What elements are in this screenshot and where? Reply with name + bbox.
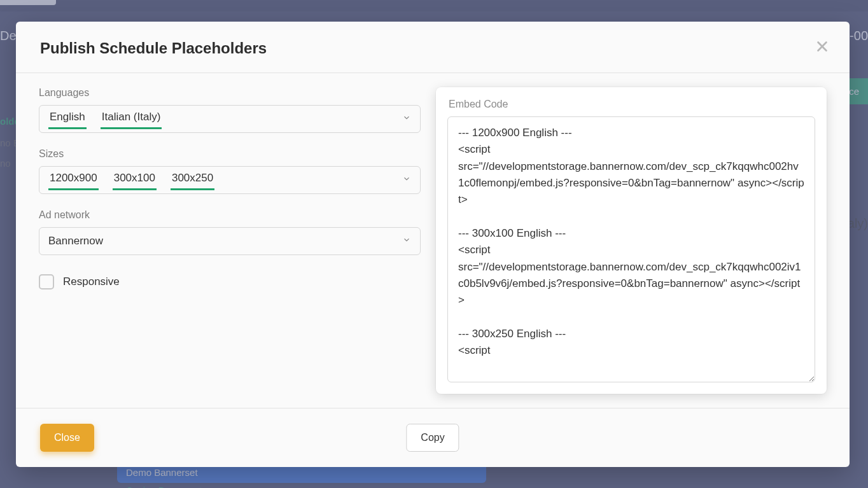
adnetwork-field: Ad network Bannernow — [39, 209, 421, 255]
responsive-label: Responsive — [63, 275, 120, 288]
modal-body: Languages English Italian (Italy) Sizes … — [16, 73, 850, 408]
embed-panel: Embed Code — [436, 87, 827, 394]
responsive-field: Responsive — [39, 274, 421, 289]
size-tag-300x100[interactable]: 300x100 — [113, 171, 157, 190]
adnetwork-value: Bannernow — [48, 235, 103, 247]
languages-field: Languages English Italian (Italy) — [39, 87, 421, 133]
adnetwork-select[interactable]: Bannernow — [39, 227, 421, 255]
modal-header: Publish Schedule Placeholders — [16, 22, 850, 73]
modal-title: Publish Schedule Placeholders — [40, 39, 825, 57]
lang-tag-italian[interactable]: Italian (Italy) — [101, 109, 162, 129]
languages-select[interactable]: English Italian (Italy) — [39, 105, 421, 133]
chevron-down-icon — [402, 174, 411, 186]
size-tag-300x250[interactable]: 300x250 — [171, 171, 214, 190]
sizes-label: Sizes — [39, 148, 421, 160]
close-icon[interactable] — [813, 37, 832, 56]
chevron-down-icon — [402, 113, 411, 125]
sizes-field: Sizes 1200x900 300x100 300x250 — [39, 148, 421, 194]
chevron-down-icon — [402, 235, 411, 247]
lang-tag-english[interactable]: English — [48, 109, 87, 129]
adnetwork-label: Ad network — [39, 209, 421, 221]
form-column: Languages English Italian (Italy) Sizes … — [39, 87, 421, 394]
copy-button[interactable]: Copy — [406, 424, 459, 452]
publish-modal: Publish Schedule Placeholders Languages … — [16, 22, 850, 467]
languages-label: Languages — [39, 87, 421, 99]
close-button[interactable]: Close — [40, 424, 94, 452]
embed-code-textarea[interactable] — [447, 116, 815, 382]
size-tag-1200x900[interactable]: 1200x900 — [48, 171, 99, 190]
modal-footer: Close Copy — [16, 408, 850, 467]
responsive-checkbox[interactable] — [39, 274, 54, 289]
embed-label: Embed Code — [447, 99, 815, 110]
sizes-select[interactable]: 1200x900 300x100 300x250 — [39, 166, 421, 194]
